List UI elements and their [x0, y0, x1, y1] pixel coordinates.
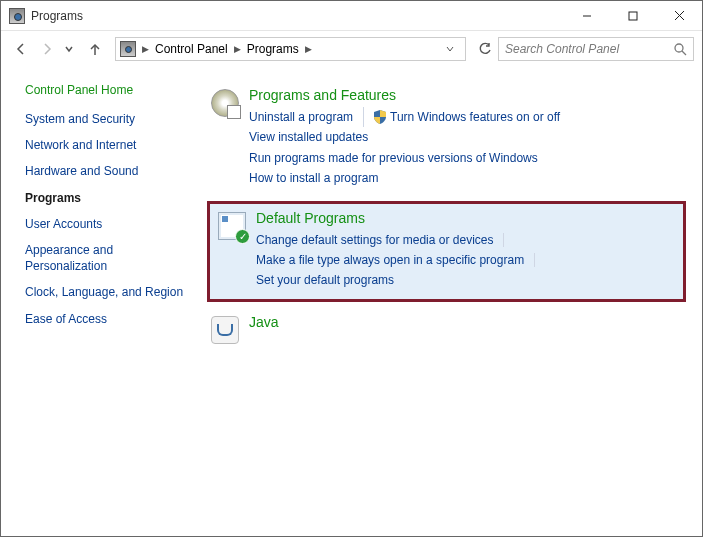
- address-dropdown[interactable]: [439, 38, 461, 60]
- section-programs-features: Programs and Features Uninstall a progra…: [201, 81, 692, 199]
- back-button[interactable]: [9, 37, 33, 61]
- window-title: Programs: [31, 9, 564, 23]
- sidebar-item-programs[interactable]: Programs: [25, 190, 187, 206]
- forward-button[interactable]: [35, 37, 59, 61]
- control-panel-home-link[interactable]: Control Panel Home: [25, 83, 187, 97]
- link-change-defaults[interactable]: Change default settings for media or dev…: [256, 233, 504, 247]
- sidebar-item-ease-of-access[interactable]: Ease of Access: [25, 311, 187, 327]
- search-icon: [673, 42, 687, 56]
- default-programs-icon: ✓: [218, 212, 246, 240]
- link-run-compat[interactable]: Run programs made for previous versions …: [249, 148, 682, 168]
- sidebar-item-clock-region[interactable]: Clock, Language, and Region: [25, 284, 187, 300]
- chevron-right-icon[interactable]: ▶: [142, 44, 149, 54]
- sidebar-item-hardware-sound[interactable]: Hardware and Sound: [25, 163, 187, 179]
- sidebar-item-user-accounts[interactable]: User Accounts: [25, 216, 187, 232]
- up-button[interactable]: [83, 37, 107, 61]
- main-content: Programs and Features Uninstall a progra…: [201, 67, 702, 536]
- navigation-toolbar: ▶ Control Panel ▶ Programs ▶ Search Cont…: [1, 31, 702, 67]
- breadcrumb-root[interactable]: Control Panel: [155, 42, 228, 56]
- link-set-defaults[interactable]: Set your default programs: [256, 270, 675, 290]
- section-java: Java: [201, 308, 692, 354]
- control-panel-icon: [120, 41, 136, 57]
- section-title-programs-features[interactable]: Programs and Features: [249, 87, 682, 103]
- chevron-right-icon[interactable]: ▶: [234, 44, 241, 54]
- programs-features-icon: [211, 89, 239, 117]
- sidebar-item-appearance[interactable]: Appearance and Personalization: [25, 242, 187, 274]
- svg-rect-1: [629, 12, 637, 20]
- section-title-default-programs[interactable]: Default Programs: [256, 210, 675, 226]
- link-how-install[interactable]: How to install a program: [249, 168, 682, 188]
- minimize-button[interactable]: [564, 1, 610, 30]
- breadcrumb-current[interactable]: Programs: [247, 42, 299, 56]
- shield-icon: [374, 110, 386, 124]
- link-turn-windows-features[interactable]: Turn Windows features on or off: [374, 107, 560, 127]
- close-button[interactable]: [656, 1, 702, 30]
- svg-point-5: [675, 44, 683, 52]
- link-file-type[interactable]: Make a file type always open in a specif…: [256, 253, 535, 267]
- section-default-programs: ✓ Default Programs Change default settin…: [207, 201, 686, 302]
- refresh-button[interactable]: [474, 38, 496, 60]
- address-bar[interactable]: ▶ Control Panel ▶ Programs ▶: [115, 37, 466, 61]
- control-panel-icon: [9, 8, 25, 24]
- chevron-right-icon[interactable]: ▶: [305, 44, 312, 54]
- svg-line-6: [682, 51, 686, 55]
- section-title-java[interactable]: Java: [249, 314, 682, 330]
- sidebar-item-system-security[interactable]: System and Security: [25, 111, 187, 127]
- history-dropdown[interactable]: [57, 37, 81, 61]
- java-icon: [211, 316, 239, 344]
- maximize-button[interactable]: [610, 1, 656, 30]
- search-placeholder: Search Control Panel: [505, 42, 673, 56]
- sidebar: Control Panel Home System and Security N…: [1, 67, 201, 536]
- link-view-updates[interactable]: View installed updates: [249, 127, 682, 147]
- link-uninstall-program[interactable]: Uninstall a program: [249, 107, 364, 127]
- search-input[interactable]: Search Control Panel: [498, 37, 694, 61]
- window-controls: [564, 1, 702, 30]
- sidebar-item-network[interactable]: Network and Internet: [25, 137, 187, 153]
- title-bar: Programs: [1, 1, 702, 31]
